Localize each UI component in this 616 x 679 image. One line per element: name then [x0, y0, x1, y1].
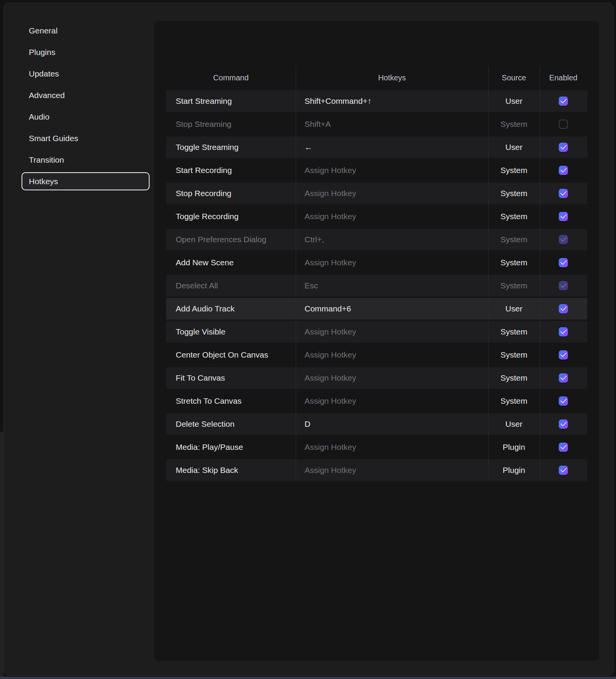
command-cell: Stop Recording [166, 189, 296, 198]
assign-hotkey-field[interactable]: Assign Hotkey [296, 189, 488, 198]
enabled-checkbox-checked[interactable] [559, 258, 568, 267]
sidebar-item-label: Hotkeys [29, 177, 58, 186]
assign-hotkey-field[interactable]: Assign Hotkey [296, 373, 488, 383]
source-cell: System [488, 166, 539, 175]
assign-hotkey-field[interactable]: Assign Hotkey [296, 166, 488, 175]
sidebar-item-label: Updates [29, 69, 59, 78]
assign-hotkey-field[interactable]: Assign Hotkey [296, 396, 488, 406]
source-cell: System [488, 327, 539, 336]
enabled-checkbox-checked[interactable] [559, 350, 568, 359]
hotkeys-table: Command Hotkeys Source Enabled Start Str… [166, 66, 587, 482]
enabled-checkbox-checked[interactable] [559, 396, 568, 406]
enabled-cell [539, 373, 587, 383]
source-cell: System [488, 258, 539, 267]
enabled-checkbox-checked[interactable] [559, 189, 568, 198]
sidebar-item-general[interactable]: General [22, 22, 150, 40]
enabled-checkbox-checked[interactable] [559, 419, 568, 429]
table-row[interactable]: Open Preferences DialogCtrl+,System [166, 228, 587, 251]
source-cell: System [488, 212, 539, 221]
enabled-checkbox-checked[interactable] [559, 166, 568, 175]
enabled-checkbox-checked[interactable] [559, 235, 568, 244]
table-row[interactable]: Media: Skip BackAssign HotkeyPlugin [166, 459, 587, 482]
enabled-checkbox-unchecked[interactable] [559, 120, 568, 129]
table-row[interactable]: Start StreamingShift+Command+↑User [166, 90, 587, 113]
command-cell: Add New Scene [166, 258, 296, 267]
enabled-checkbox-checked[interactable] [559, 212, 568, 221]
sidebar-item-updates[interactable]: Updates [22, 65, 150, 83]
table-row[interactable]: Delete SelectionDUser [166, 413, 587, 436]
enabled-cell [539, 443, 587, 452]
enabled-checkbox-checked[interactable] [559, 466, 568, 475]
enabled-checkbox-checked[interactable] [559, 143, 568, 152]
hotkey-value[interactable]: Shift+A [296, 120, 488, 129]
table-row[interactable]: Add Audio TrackCommand+6User [166, 297, 587, 320]
enabled-cell [539, 327, 587, 336]
assign-hotkey-field[interactable]: Assign Hotkey [296, 258, 488, 267]
table-row[interactable]: Start RecordingAssign HotkeySystem [166, 159, 587, 182]
table-row[interactable]: Fit To CanvasAssign HotkeySystem [166, 366, 587, 389]
hotkey-value[interactable]: Shift+Command+↑ [296, 97, 488, 106]
sidebar-item-audio[interactable]: Audio [22, 108, 150, 126]
command-cell: Toggle Recording [166, 212, 296, 221]
enabled-checkbox-checked[interactable] [559, 443, 568, 452]
assign-hotkey-field[interactable]: Assign Hotkey [296, 443, 488, 452]
assign-hotkey-field[interactable]: Assign Hotkey [296, 350, 488, 359]
settings-sidebar: GeneralPluginsUpdatesAdvancedAudioSmart … [4, 22, 154, 194]
source-cell: User [488, 143, 539, 152]
underlying-window-top-line [0, 677, 616, 679]
enabled-cell [539, 166, 587, 175]
table-row[interactable]: Toggle RecordingAssign HotkeySystem [166, 205, 587, 228]
sidebar-item-label: Transition [29, 155, 64, 165]
table-row[interactable]: Toggle VisibleAssign HotkeySystem [166, 320, 587, 343]
command-cell: Fit To Canvas [166, 373, 296, 383]
hotkey-value[interactable]: Esc [296, 281, 488, 290]
source-cell: System [488, 373, 539, 383]
header-source: Source [488, 73, 539, 82]
assign-hotkey-field[interactable]: Assign Hotkey [296, 327, 488, 336]
table-row[interactable]: Add New SceneAssign HotkeySystem [166, 251, 587, 274]
table-header-row: Command Hotkeys Source Enabled [166, 66, 587, 90]
sidebar-item-plugins[interactable]: Plugins [22, 43, 150, 61]
hotkey-value[interactable]: Command+6 [296, 304, 488, 313]
enabled-checkbox-checked[interactable] [559, 97, 568, 106]
sidebar-item-hotkeys[interactable]: Hotkeys [22, 172, 150, 190]
command-cell: Add Audio Track [166, 304, 296, 313]
enabled-checkbox-checked[interactable] [559, 304, 568, 313]
enabled-cell [539, 281, 587, 290]
hotkey-value[interactable]: Ctrl+, [296, 235, 488, 244]
table-row[interactable]: Center Object On CanvasAssign HotkeySyst… [166, 343, 587, 366]
table-row[interactable]: Stretch To CanvasAssign HotkeySystem [166, 389, 587, 413]
command-cell: Toggle Streaming [166, 143, 296, 152]
column-divider [539, 66, 540, 482]
command-cell: Stretch To Canvas [166, 396, 296, 406]
source-cell: System [488, 120, 539, 129]
source-cell: User [488, 304, 539, 313]
enabled-checkbox-checked[interactable] [559, 281, 568, 290]
hotkey-value[interactable]: ← [296, 143, 488, 152]
enabled-cell [539, 120, 587, 129]
sidebar-item-advanced[interactable]: Advanced [22, 86, 150, 104]
table-row[interactable]: Media: Play/PauseAssign HotkeyPlugin [166, 436, 587, 459]
preferences-dialog: GeneralPluginsUpdatesAdvancedAudioSmart … [3, 3, 614, 676]
assign-hotkey-field[interactable]: Assign Hotkey [296, 466, 488, 475]
command-cell: Deselect All [166, 281, 296, 290]
command-cell: Media: Skip Back [166, 466, 296, 475]
table-row[interactable]: Toggle Streaming←User [166, 136, 587, 159]
command-cell: Stop Streaming [166, 120, 296, 129]
assign-hotkey-field[interactable]: Assign Hotkey [296, 212, 488, 221]
sidebar-item-smart-guides[interactable]: Smart Guides [22, 129, 150, 147]
source-cell: User [488, 419, 539, 429]
table-row[interactable]: Stop StreamingShift+ASystem [166, 113, 587, 136]
sidebar-item-transition[interactable]: Transition [22, 151, 150, 169]
enabled-checkbox-checked[interactable] [559, 373, 568, 383]
header-enabled: Enabled [539, 73, 587, 82]
table-row[interactable]: Deselect AllEscSystem [166, 274, 587, 297]
source-cell: User [488, 97, 539, 106]
table-row[interactable]: Stop RecordingAssign HotkeySystem [166, 182, 587, 205]
enabled-checkbox-checked[interactable] [559, 327, 568, 336]
header-hotkeys: Hotkeys [296, 73, 488, 82]
underlying-window-edge [0, 432, 3, 679]
sidebar-item-label: Audio [29, 112, 50, 121]
hotkey-value[interactable]: D [296, 419, 488, 429]
source-cell: System [488, 396, 539, 406]
